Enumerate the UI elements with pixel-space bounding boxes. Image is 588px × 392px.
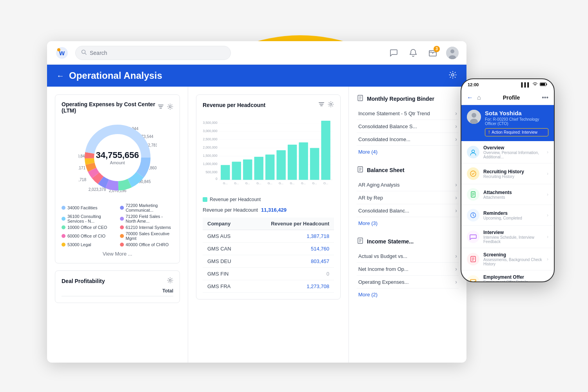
revenue-gear-icon[interactable] xyxy=(328,101,334,109)
company-name: GMS FIN xyxy=(203,268,246,280)
back-button[interactable]: ← xyxy=(56,71,64,80)
svg-rect-90 xyxy=(541,83,545,85)
revenue-stat-row: Revenue per Headcount 11,316,429 xyxy=(203,207,334,213)
attachments-label: Attachments xyxy=(483,190,543,195)
interview-sublabel: Interview Schedule, Interview Feedback xyxy=(483,235,543,244)
phone-more-button[interactable]: ••• xyxy=(542,94,548,101)
page-wrapper: w Search xyxy=(0,0,588,392)
report-item[interactable]: AR by Rep › xyxy=(357,191,459,204)
more-link-balance[interactable]: More (3) xyxy=(357,217,459,229)
recruiting-chevron: › xyxy=(547,171,548,176)
monthly-reporting-header: Monthly Reporting Binder xyxy=(357,94,459,103)
search-icon xyxy=(81,49,87,56)
phone-menu-item-overview[interactable]: Overview Overview, Personal Information,… xyxy=(461,141,554,163)
svg-text:2,000,000: 2,000,000 xyxy=(203,145,218,149)
avatar-button[interactable] xyxy=(446,47,459,59)
legend-label-3: 60000 Office of CIO xyxy=(67,234,105,238)
svg-point-13 xyxy=(169,106,171,108)
report-item[interactable]: Actual vs Budget vs... › xyxy=(357,250,459,263)
opex-card: Operating Expenses by Cost Center (LTM) xyxy=(55,94,180,263)
legend-label-7: 61210 Internal Systems xyxy=(126,225,171,230)
svg-rect-12 xyxy=(160,108,162,109)
more-link-monthly[interactable]: More (4) xyxy=(357,146,459,158)
phone-menu-item-recruiting[interactable]: Recruiting History Recruiting History › xyxy=(461,163,554,184)
legend-dot-0 xyxy=(62,206,65,210)
report-item-label: Consolidated Balance S... xyxy=(358,123,417,129)
legend-item-6: 71200 Field Sales - North Ame... xyxy=(120,214,174,223)
report-item[interactable]: Consolidated Income... › xyxy=(357,133,459,146)
svg-rect-66 xyxy=(321,121,330,180)
balance-sheet-section: Balance Sheet AR Aging Analysis › AR by … xyxy=(357,166,459,229)
bar-chart-svg: 3,500,000 3,000,000 2,500,000 2,000,000 … xyxy=(203,114,334,192)
deal-settings-icon[interactable] xyxy=(167,277,173,285)
monthly-reporting-section: Monthly Reporting Binder Income Statemen… xyxy=(357,94,459,158)
svg-rect-37 xyxy=(319,102,324,103)
action-required-text: Action Required: Interview xyxy=(492,130,537,134)
revenue-stat-label: Revenue per Headcount xyxy=(203,207,258,213)
attachments-text: Attachments Attachments xyxy=(483,190,543,200)
legend-label-2: 10000 Office of CEO xyxy=(67,225,107,230)
report-item[interactable]: Net Income from Op... › xyxy=(357,263,459,276)
overview-sublabel: Overview, Personal Information, Addition… xyxy=(483,151,543,159)
svg-text:500,000: 500,000 xyxy=(205,170,218,174)
bar-chart: 3,500,000 3,000,000 2,500,000 2,000,000 … xyxy=(203,114,334,192)
report-item[interactable]: Consolidated Balanc... › xyxy=(357,204,459,217)
legend-dot-1 xyxy=(62,217,65,221)
phone-menu-item-reminders[interactable]: Reminders Upcoming, Completed › xyxy=(461,205,554,226)
svg-text:1,500,000: 1,500,000 xyxy=(203,154,218,158)
screening-text: Screening Assessments, Background Check … xyxy=(483,252,543,266)
phone-back-button[interactable]: ← xyxy=(467,94,473,101)
phone-menu-item-attachments[interactable]: Attachments Attachments › xyxy=(461,184,554,205)
report-item[interactable]: AR Aging Analysis › xyxy=(357,178,459,191)
attachments-sublabel: Attachments xyxy=(483,195,543,200)
phone-menu-item-employment-offer[interactable]: Employment Offer Employment Offer Detail… xyxy=(461,270,554,282)
report-item-label: Income Statement - 5 Qtr Trend xyxy=(358,111,430,116)
reminders-text: Reminders Upcoming, Completed xyxy=(483,211,543,220)
phone-status-right: ▌▌▌ xyxy=(521,82,548,87)
overview-label: Overview xyxy=(483,145,543,151)
donut-chart-container: 960,944 973,544 1,122,781 3,277,860 2,39… xyxy=(62,118,173,197)
interview-icon xyxy=(467,230,479,243)
report-item[interactable]: Consolidated Balance S... › xyxy=(357,120,459,133)
company-name: GMS FRA xyxy=(203,280,246,293)
phone-menu-item-screening[interactable]: Screening Assessments, Background Check … xyxy=(461,248,554,270)
svg-rect-62 xyxy=(276,150,285,180)
interview-chevron: › xyxy=(547,234,548,240)
svg-text:1,316,718: 1,316,718 xyxy=(78,178,86,182)
donut-amount-label: Amount xyxy=(96,160,139,165)
settings-button[interactable] xyxy=(448,71,457,81)
more-link-income[interactable]: More (2) xyxy=(357,289,459,301)
view-more-link[interactable]: View More ... xyxy=(62,251,173,257)
monthly-reporting-title: Monthly Reporting Binder xyxy=(367,96,434,102)
top-nav: w Search xyxy=(47,41,466,65)
legend-label-5: 72200 Marketing Communicat... xyxy=(126,203,174,212)
phone-menu-item-interview[interactable]: Interview Interview Schedule, Interview … xyxy=(461,226,554,248)
opex-card-icons xyxy=(158,103,173,111)
chevron-right-icon: › xyxy=(455,266,457,272)
inbox-button[interactable]: 3 xyxy=(426,47,439,59)
table-header-row: Company Revenue per Headcount xyxy=(203,218,334,230)
attachments-chevron: › xyxy=(547,192,548,197)
svg-text:3,000,000: 3,000,000 xyxy=(203,129,218,133)
user-avatar xyxy=(446,47,459,59)
profile-role: For: R-00293 Chief Technology Officer (C… xyxy=(485,117,548,126)
chat-button[interactable] xyxy=(387,47,400,59)
report-item[interactable]: Income Statement - 5 Qtr Trend › xyxy=(357,107,459,120)
search-bar[interactable]: Search xyxy=(75,46,231,60)
bell-button[interactable] xyxy=(407,47,419,59)
svg-rect-64 xyxy=(299,142,308,180)
report-item-label: Operating Expenses... xyxy=(358,279,409,285)
legend-dot-8 xyxy=(120,234,124,238)
phone-home-button[interactable]: ⌂ xyxy=(477,94,481,101)
svg-rect-63 xyxy=(288,145,297,180)
gear-icon[interactable] xyxy=(167,103,173,111)
report-item[interactable]: Operating Expenses... › xyxy=(357,276,459,289)
filter-icon[interactable] xyxy=(158,103,164,111)
profile-info: Sota Yoshida For: R-00293 Chief Technolo… xyxy=(485,110,548,136)
svg-text:G...: G... xyxy=(256,181,261,185)
revenue-filter-icon[interactable] xyxy=(318,101,325,109)
legend-item-2: 10000 Office of CEO xyxy=(62,225,115,230)
svg-text:1,275,171: 1,275,171 xyxy=(78,166,85,170)
chevron-right-icon: › xyxy=(455,194,457,201)
company-name: GMS DEU xyxy=(203,255,246,268)
